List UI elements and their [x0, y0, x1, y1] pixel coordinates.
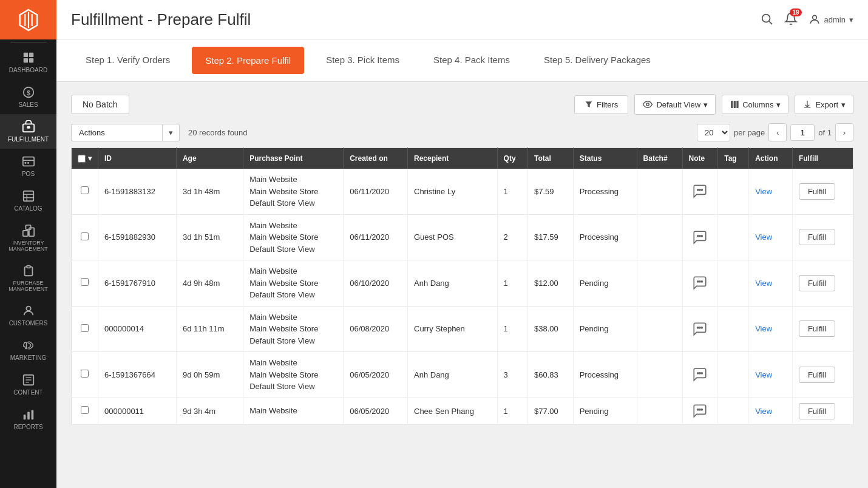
row-checkbox-cell — [72, 306, 98, 352]
row-purchase-point: Main WebsiteMain Website StoreDefault St… — [243, 260, 344, 307]
row-fulfill: Fulfill — [792, 352, 853, 398]
row-checkbox[interactable] — [81, 324, 89, 332]
note-icon-button[interactable] — [689, 321, 712, 337]
note-icon-button[interactable] — [689, 275, 712, 291]
eye-icon — [642, 99, 653, 110]
view-button[interactable]: View — [755, 279, 772, 288]
row-tag — [718, 214, 749, 260]
actions-dropdown-button[interactable]: ▾ — [162, 124, 180, 141]
row-fulfill: Fulfill — [792, 398, 853, 424]
row-total: $60.83 — [528, 352, 574, 398]
svg-point-36 — [697, 189, 699, 191]
row-fulfill: Fulfill — [792, 306, 853, 352]
row-checkbox[interactable] — [81, 278, 89, 286]
note-icon-button[interactable] — [689, 229, 712, 245]
sidebar-item-catalog[interactable]: CATALOG — [0, 183, 56, 218]
sidebar-item-customers[interactable]: CUSTOMERS — [0, 298, 56, 333]
per-page-select[interactable]: 20 — [697, 124, 730, 141]
sidebar-divider — [10, 42, 47, 42]
topbar: Fulfillment - Prepare Fulfil 19 admin ▾ — [56, 0, 868, 39]
row-status: Pending — [573, 398, 637, 424]
step4-tab[interactable]: Step 4. Pack Items — [416, 39, 527, 81]
row-note — [682, 214, 718, 260]
svg-point-47 — [702, 327, 703, 328]
fulfill-button[interactable]: Fulfill — [799, 229, 835, 245]
step5-tab[interactable]: Step 5. Delivery Packages — [527, 39, 668, 81]
row-action: View — [749, 352, 793, 398]
fulfill-button[interactable]: Fulfill — [799, 275, 835, 291]
table-row: 000000014 6d 11h 11m Main WebsiteMain We… — [72, 306, 853, 352]
view-button[interactable]: View — [755, 324, 772, 333]
fulfill-button[interactable]: Fulfill — [799, 183, 835, 200]
per-page-label: per page — [734, 128, 765, 137]
export-control-button[interactable]: Export ▾ — [795, 95, 853, 114]
row-batch — [637, 214, 682, 260]
note-icon-button[interactable] — [689, 403, 712, 419]
row-tag — [718, 398, 749, 424]
next-page-button[interactable]: › — [835, 123, 853, 141]
page-number-input[interactable] — [790, 124, 815, 141]
th-id: ID — [98, 148, 177, 169]
row-recipient: Anh Dang — [408, 352, 498, 398]
sidebar-item-label: MARKETING — [10, 354, 46, 361]
svg-rect-2 — [23, 58, 27, 63]
search-button[interactable] — [760, 12, 773, 27]
svg-line-29 — [769, 21, 772, 24]
view-button[interactable]: View — [755, 187, 772, 196]
fulfill-button[interactable]: Fulfill — [799, 403, 835, 419]
comment-icon — [692, 229, 708, 245]
th-checkbox: ▾ — [72, 148, 98, 169]
sidebar-item-label: PURCHASE MANAGEMENT — [2, 280, 54, 292]
th-qty: Qty — [497, 148, 527, 169]
row-recipient: Anh Dang — [408, 260, 498, 307]
svg-rect-8 — [22, 157, 33, 166]
fulfill-button[interactable]: Fulfill — [799, 367, 835, 383]
actions-select[interactable]: Actions — [71, 124, 162, 141]
admin-menu-button[interactable]: admin ▾ — [809, 13, 853, 25]
filter-icon — [585, 100, 593, 109]
row-id: 000000011 — [98, 398, 177, 424]
view-button[interactable]: View — [755, 407, 772, 416]
row-checkbox[interactable] — [81, 370, 89, 378]
notification-button[interactable]: 19 — [784, 12, 798, 27]
sidebar-item-inventory[interactable]: INVENTORY MANAGEMENT — [0, 218, 56, 258]
sidebar-item-label: INVENTORY MANAGEMENT — [2, 240, 54, 252]
svg-point-50 — [702, 373, 703, 374]
note-icon-button[interactable] — [689, 183, 712, 199]
sidebar-item-dashboard[interactable]: DASHBOARD — [0, 45, 56, 80]
pagination-controls: 20 per page ‹ of 1 › — [697, 123, 853, 141]
admin-chevron-icon: ▾ — [849, 15, 853, 24]
row-checkbox[interactable] — [81, 186, 89, 194]
prev-page-button[interactable]: ‹ — [768, 123, 787, 141]
note-icon-button[interactable] — [689, 367, 712, 382]
row-created-on: 06/05/2020 — [344, 398, 408, 424]
step1-tab[interactable]: Step 1. Verify Orders — [69, 39, 187, 81]
row-checkbox[interactable] — [81, 232, 89, 240]
sidebar-item-purchase[interactable]: PURCHASE MANAGEMENT — [0, 258, 56, 298]
row-age: 9d 0h 59m — [176, 352, 243, 398]
row-purchase-point: Main WebsiteMain Website StoreDefault St… — [243, 214, 344, 260]
sidebar-item-content[interactable]: CONTENT — [0, 367, 56, 402]
step3-tab[interactable]: Step 3. Pick Items — [309, 39, 416, 81]
select-all-checkbox[interactable] — [78, 155, 86, 163]
comment-icon — [692, 367, 708, 382]
sidebar-item-reports[interactable]: REPORTS — [0, 402, 56, 436]
row-age: 3d 1h 51m — [176, 214, 243, 260]
sidebar-item-sales[interactable]: $ SALES — [0, 80, 56, 114]
checkbox-chevron[interactable]: ▾ — [88, 154, 92, 163]
view-button[interactable]: View — [755, 370, 772, 379]
row-recipient: Curry Stephen — [408, 306, 498, 352]
view-button[interactable]: View — [755, 232, 772, 242]
reports-icon — [22, 408, 35, 421]
sidebar-item-fulfillment[interactable]: FULFILLMENT — [0, 114, 56, 149]
columns-control-button[interactable]: Columns ▾ — [722, 95, 788, 114]
step2-tab[interactable]: Step 2. Prepare Fulfil — [192, 47, 304, 74]
view-control-button[interactable]: Default View ▾ — [634, 94, 716, 115]
row-checkbox[interactable] — [81, 406, 89, 414]
filters-button[interactable]: Filters — [574, 95, 628, 114]
sidebar-item-marketing[interactable]: MARKETING — [0, 333, 56, 367]
sidebar-item-pos[interactable]: POS — [0, 149, 56, 183]
fulfill-button[interactable]: Fulfill — [799, 320, 835, 337]
row-status: Processing — [573, 352, 637, 398]
no-batch-button[interactable]: No Batch — [71, 95, 129, 114]
